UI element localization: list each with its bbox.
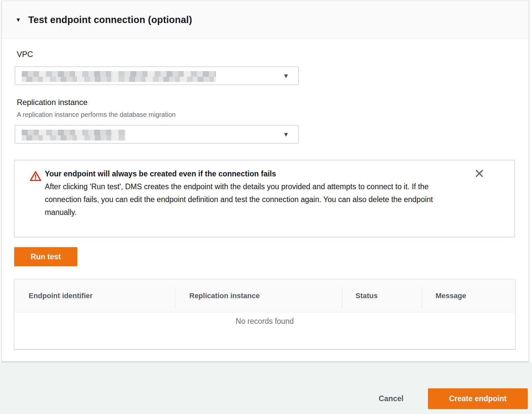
warning-body: After clicking 'Run test', DMS creates t… [45,180,456,219]
section-title: Test endpoint connection (optional) [28,14,192,25]
column-header-message: Message [436,279,466,312]
replication-instance-select[interactable]: ▼ [15,125,299,143]
replication-instance-description: A replication instance performs the data… [17,111,176,118]
replication-instance-label: Replication instance [17,98,88,107]
vpc-select[interactable]: ▼ [15,66,299,85]
redacted-vpc-value [22,71,216,82]
page: ▼ Test endpoint connection (optional) VP… [0,0,532,414]
column-header-replication-instance: Replication instance [189,279,260,312]
test-endpoint-panel: ▼ Test endpoint connection (optional) VP… [1,1,529,362]
section-header-toggle[interactable]: ▼ Test endpoint connection (optional) [2,1,529,39]
create-endpoint-button[interactable]: Create endpoint [428,388,528,409]
column-divider [342,288,342,308]
redacted-replication-instance-value [22,130,125,141]
caret-down-icon: ▼ [283,73,289,79]
close-icon [474,168,484,179]
caret-down-icon: ▼ [283,131,289,138]
table-header-row: Endpoint identifier Replication instance… [14,279,515,312]
warning-triangle-icon [30,170,41,183]
vpc-label: VPC [17,50,33,59]
column-divider [422,288,422,308]
column-header-status: Status [356,279,378,312]
triangle-down-icon: ▼ [15,17,21,23]
run-test-button[interactable]: Run test [14,247,77,266]
cancel-button[interactable]: Cancel [368,388,414,409]
warning-banner: Your endpoint will always be created eve… [14,160,515,237]
dismiss-warning-button[interactable] [474,168,485,179]
column-divider [175,288,175,308]
empty-state-message: No records found [14,317,515,326]
warning-title: Your endpoint will always be created eve… [45,168,471,180]
column-header-endpoint-identifier: Endpoint identifier [29,279,93,312]
results-table: Endpoint identifier Replication instance… [14,279,515,349]
